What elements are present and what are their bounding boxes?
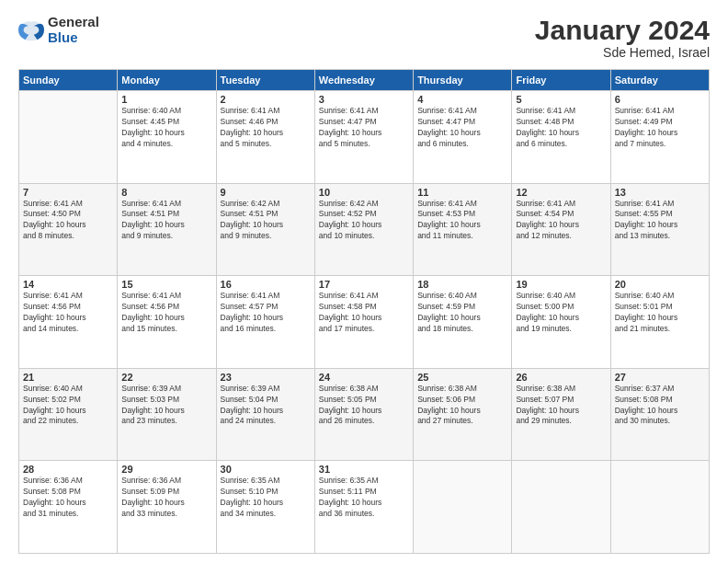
day-info: Sunrise: 6:35 AM Sunset: 5:11 PM Dayligh… — [319, 476, 409, 520]
calendar-subtitle: Sde Hemed, Israel — [535, 45, 710, 60]
day-cell: 30Sunrise: 6:35 AM Sunset: 5:10 PM Dayli… — [216, 461, 314, 554]
day-cell: 12Sunrise: 6:41 AM Sunset: 4:54 PM Dayli… — [512, 183, 610, 276]
day-number: 17 — [319, 279, 409, 290]
day-number: 28 — [23, 464, 113, 475]
col-header-monday: Monday — [118, 70, 216, 91]
day-number: 4 — [417, 94, 507, 105]
col-header-saturday: Saturday — [610, 70, 709, 91]
header-row: SundayMondayTuesdayWednesdayThursdayFrid… — [19, 70, 710, 91]
day-number: 30 — [221, 464, 311, 475]
day-number: 29 — [121, 464, 211, 475]
day-info: Sunrise: 6:39 AM Sunset: 5:03 PM Dayligh… — [121, 384, 211, 428]
calendar-header: SundayMondayTuesdayWednesdayThursdayFrid… — [19, 70, 710, 91]
day-cell: 6Sunrise: 6:41 AM Sunset: 4:49 PM Daylig… — [610, 91, 709, 184]
day-cell: 9Sunrise: 6:42 AM Sunset: 4:51 PM Daylig… — [216, 183, 314, 276]
day-cell: 27Sunrise: 6:37 AM Sunset: 5:08 PM Dayli… — [610, 368, 709, 461]
day-cell: 8Sunrise: 6:41 AM Sunset: 4:51 PM Daylig… — [118, 183, 216, 276]
day-cell: 4Sunrise: 6:41 AM Sunset: 4:47 PM Daylig… — [414, 91, 512, 184]
day-number: 10 — [319, 187, 409, 198]
day-info: Sunrise: 6:41 AM Sunset: 4:51 PM Dayligh… — [121, 199, 211, 243]
day-info: Sunrise: 6:41 AM Sunset: 4:56 PM Dayligh… — [23, 291, 113, 335]
day-number: 21 — [23, 372, 113, 383]
day-cell — [512, 461, 610, 554]
day-info: Sunrise: 6:40 AM Sunset: 4:59 PM Dayligh… — [417, 291, 507, 335]
day-info: Sunrise: 6:41 AM Sunset: 4:48 PM Dayligh… — [516, 106, 606, 150]
day-number: 2 — [221, 94, 311, 105]
logo-general-text: General — [48, 15, 99, 30]
day-cell: 14Sunrise: 6:41 AM Sunset: 4:56 PM Dayli… — [19, 276, 118, 369]
day-cell: 3Sunrise: 6:41 AM Sunset: 4:47 PM Daylig… — [314, 91, 413, 184]
day-number: 15 — [121, 279, 211, 290]
day-number: 9 — [221, 187, 311, 198]
day-cell: 31Sunrise: 6:35 AM Sunset: 5:11 PM Dayli… — [314, 461, 413, 554]
col-header-sunday: Sunday — [19, 70, 118, 91]
calendar-table: SundayMondayTuesdayWednesdayThursdayFrid… — [18, 69, 710, 554]
day-info: Sunrise: 6:41 AM Sunset: 4:49 PM Dayligh… — [615, 106, 705, 150]
day-cell: 19Sunrise: 6:40 AM Sunset: 5:00 PM Dayli… — [512, 276, 610, 369]
week-row-5: 28Sunrise: 6:36 AM Sunset: 5:08 PM Dayli… — [19, 461, 710, 554]
day-cell: 25Sunrise: 6:38 AM Sunset: 5:06 PM Dayli… — [414, 368, 512, 461]
logo-text: General Blue — [48, 15, 99, 45]
day-info: Sunrise: 6:36 AM Sunset: 5:08 PM Dayligh… — [23, 476, 113, 520]
day-info: Sunrise: 6:41 AM Sunset: 4:55 PM Dayligh… — [615, 199, 705, 243]
calendar-page: General Blue January 2024 Sde Hemed, Isr… — [0, 0, 728, 563]
day-info: Sunrise: 6:39 AM Sunset: 5:04 PM Dayligh… — [221, 384, 311, 428]
logo-icon — [18, 17, 44, 43]
day-number: 5 — [516, 94, 606, 105]
col-header-thursday: Thursday — [414, 70, 512, 91]
header: General Blue January 2024 Sde Hemed, Isr… — [18, 15, 710, 60]
day-cell: 21Sunrise: 6:40 AM Sunset: 5:02 PM Dayli… — [19, 368, 118, 461]
day-number: 8 — [121, 187, 211, 198]
day-number: 31 — [319, 464, 409, 475]
week-row-4: 21Sunrise: 6:40 AM Sunset: 5:02 PM Dayli… — [19, 368, 710, 461]
day-number: 7 — [23, 187, 113, 198]
day-info: Sunrise: 6:41 AM Sunset: 4:54 PM Dayligh… — [516, 199, 606, 243]
day-cell: 20Sunrise: 6:40 AM Sunset: 5:01 PM Dayli… — [610, 276, 709, 369]
day-cell: 18Sunrise: 6:40 AM Sunset: 4:59 PM Dayli… — [414, 276, 512, 369]
day-number: 16 — [221, 279, 311, 290]
day-info: Sunrise: 6:41 AM Sunset: 4:50 PM Dayligh… — [23, 199, 113, 243]
day-cell: 5Sunrise: 6:41 AM Sunset: 4:48 PM Daylig… — [512, 91, 610, 184]
day-info: Sunrise: 6:40 AM Sunset: 4:45 PM Dayligh… — [121, 106, 211, 150]
day-info: Sunrise: 6:38 AM Sunset: 5:05 PM Dayligh… — [319, 384, 409, 428]
day-info: Sunrise: 6:41 AM Sunset: 4:58 PM Dayligh… — [319, 291, 409, 335]
day-cell: 23Sunrise: 6:39 AM Sunset: 5:04 PM Dayli… — [216, 368, 314, 461]
day-number: 3 — [319, 94, 409, 105]
day-info: Sunrise: 6:40 AM Sunset: 5:01 PM Dayligh… — [615, 291, 705, 335]
day-info: Sunrise: 6:41 AM Sunset: 4:46 PM Dayligh… — [221, 106, 311, 150]
day-cell: 26Sunrise: 6:38 AM Sunset: 5:07 PM Dayli… — [512, 368, 610, 461]
day-info: Sunrise: 6:42 AM Sunset: 4:52 PM Dayligh… — [319, 199, 409, 243]
day-number: 13 — [615, 187, 705, 198]
week-row-2: 7Sunrise: 6:41 AM Sunset: 4:50 PM Daylig… — [19, 183, 710, 276]
day-cell: 29Sunrise: 6:36 AM Sunset: 5:09 PM Dayli… — [118, 461, 216, 554]
day-info: Sunrise: 6:41 AM Sunset: 4:57 PM Dayligh… — [221, 291, 311, 335]
col-header-friday: Friday — [512, 70, 610, 91]
day-number: 18 — [417, 279, 507, 290]
day-info: Sunrise: 6:37 AM Sunset: 5:08 PM Dayligh… — [615, 384, 705, 428]
day-info: Sunrise: 6:41 AM Sunset: 4:56 PM Dayligh… — [121, 291, 211, 335]
day-number: 11 — [417, 187, 507, 198]
day-cell: 17Sunrise: 6:41 AM Sunset: 4:58 PM Dayli… — [314, 276, 413, 369]
day-cell: 22Sunrise: 6:39 AM Sunset: 5:03 PM Dayli… — [118, 368, 216, 461]
day-number: 24 — [319, 372, 409, 383]
day-info: Sunrise: 6:35 AM Sunset: 5:10 PM Dayligh… — [221, 476, 311, 520]
day-cell: 1Sunrise: 6:40 AM Sunset: 4:45 PM Daylig… — [118, 91, 216, 184]
day-cell: 15Sunrise: 6:41 AM Sunset: 4:56 PM Dayli… — [118, 276, 216, 369]
col-header-wednesday: Wednesday — [314, 70, 413, 91]
day-info: Sunrise: 6:38 AM Sunset: 5:06 PM Dayligh… — [417, 384, 507, 428]
day-cell — [19, 91, 118, 184]
logo: General Blue — [18, 15, 99, 45]
day-number: 1 — [121, 94, 211, 105]
day-cell: 10Sunrise: 6:42 AM Sunset: 4:52 PM Dayli… — [314, 183, 413, 276]
calendar-body: 1Sunrise: 6:40 AM Sunset: 4:45 PM Daylig… — [19, 91, 710, 554]
day-number: 23 — [221, 372, 311, 383]
week-row-1: 1Sunrise: 6:40 AM Sunset: 4:45 PM Daylig… — [19, 91, 710, 184]
day-info: Sunrise: 6:36 AM Sunset: 5:09 PM Dayligh… — [121, 476, 211, 520]
day-info: Sunrise: 6:40 AM Sunset: 5:00 PM Dayligh… — [516, 291, 606, 335]
day-cell: 13Sunrise: 6:41 AM Sunset: 4:55 PM Dayli… — [610, 183, 709, 276]
day-info: Sunrise: 6:41 AM Sunset: 4:53 PM Dayligh… — [417, 199, 507, 243]
col-header-tuesday: Tuesday — [216, 70, 314, 91]
day-cell: 11Sunrise: 6:41 AM Sunset: 4:53 PM Dayli… — [414, 183, 512, 276]
day-number: 12 — [516, 187, 606, 198]
day-number: 22 — [121, 372, 211, 383]
